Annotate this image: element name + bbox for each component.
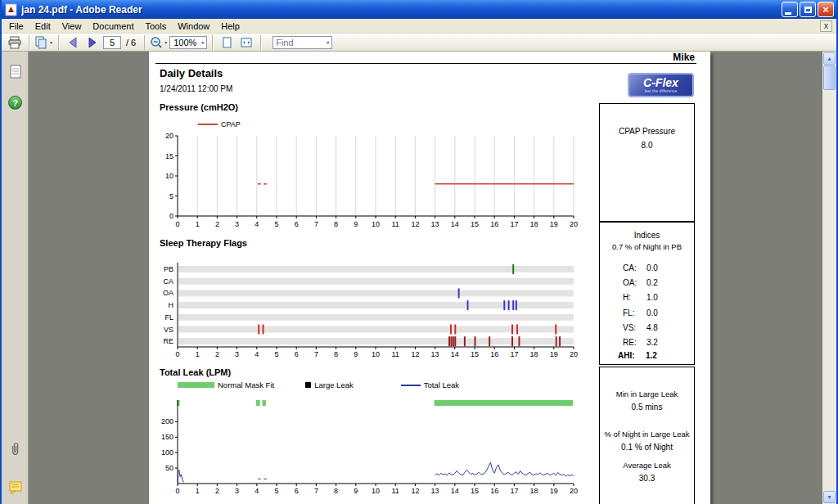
adobe-reader-app-icon	[5, 3, 18, 16]
toolbar-separator	[58, 35, 59, 50]
vertical-scrollbar: ▲ ▼	[822, 52, 836, 504]
scroll-down-button[interactable]: ▼	[823, 491, 836, 503]
svg-text:10: 10	[372, 220, 380, 228]
legend-label: Normal Mask Fit	[218, 380, 274, 389]
index-label: CA:	[623, 263, 647, 278]
menu-item-view[interactable]: View	[56, 20, 88, 33]
previous-page-icon	[66, 36, 79, 49]
svg-text:15: 15	[471, 220, 479, 228]
scrollbar-thumb[interactable]	[823, 65, 836, 90]
minimize-icon	[785, 12, 791, 15]
previous-page-button[interactable]	[64, 34, 82, 51]
scroll-up-icon: ▲	[827, 56, 832, 61]
svg-text:6: 6	[295, 487, 299, 495]
report-title: Daily Details	[160, 67, 223, 79]
svg-text:100: 100	[161, 448, 173, 457]
cpap-pressure-label: CPAP Pressure	[600, 127, 694, 136]
svg-text:H: H	[169, 301, 174, 309]
svg-text:2: 2	[215, 487, 219, 495]
printer-icon	[7, 36, 22, 49]
ahi-value: 1.2	[646, 351, 657, 360]
scroll-up-button[interactable]: ▲	[823, 52, 836, 65]
menu-item-help[interactable]: Help	[215, 20, 246, 33]
svg-text:8: 8	[334, 220, 338, 228]
menu-item-window[interactable]: Window	[172, 20, 215, 33]
indices-title: Indices	[600, 231, 694, 240]
svg-text:19: 19	[550, 350, 558, 358]
adobe-reader-window: jan 24.pdf - Adobe Reader × FileEditView…	[0, 0, 838, 504]
minimize-button[interactable]	[782, 2, 798, 17]
index-row-h: H:1.0	[600, 293, 694, 308]
leak-stats-box: Min in Large Leak0.5 mins% of Night in L…	[599, 367, 695, 504]
maximize-button[interactable]	[800, 2, 816, 17]
index-row-oa: OA:0.2	[600, 278, 694, 293]
svg-text:17: 17	[510, 487, 518, 495]
svg-text:3: 3	[235, 220, 239, 228]
close-document-button[interactable]: x	[820, 20, 832, 32]
svg-text:9: 9	[354, 350, 358, 358]
menu-item-edit[interactable]: Edit	[29, 20, 56, 33]
cflex-logo-tagline: feel the difference	[645, 88, 678, 93]
main-area: ? Mike Daily Details	[2, 52, 836, 504]
index-value: 0.0	[647, 308, 658, 323]
menu-item-file[interactable]: File	[3, 20, 29, 33]
svg-text:5: 5	[169, 192, 173, 200]
close-document-icon: x	[824, 21, 829, 30]
svg-text:50: 50	[165, 464, 173, 472]
leak-stat-label: Average Leak	[600, 461, 694, 470]
menu-bar: FileEditViewDocumentToolsWindowHelp x	[2, 19, 836, 34]
svg-text:16: 16	[490, 487, 498, 495]
legend-swatch-line	[198, 124, 218, 125]
svg-text:18: 18	[530, 487, 538, 495]
svg-text:16: 16	[490, 220, 498, 228]
toolbar-separator	[212, 35, 213, 50]
attachments-panel-button[interactable]	[7, 441, 24, 458]
svg-text:10: 10	[372, 350, 380, 358]
svg-text:2: 2	[215, 220, 219, 228]
sticky-note-icon	[8, 480, 23, 495]
help-icon: ?	[8, 96, 22, 110]
svg-text:11: 11	[392, 350, 399, 358]
close-icon: ×	[822, 4, 829, 15]
svg-text:8: 8	[334, 487, 338, 495]
find-input[interactable]	[273, 38, 326, 47]
svg-text:1: 1	[196, 350, 200, 358]
svg-text:9: 9	[354, 487, 358, 495]
print-button[interactable]	[6, 34, 24, 51]
index-label: VS:	[623, 323, 647, 338]
leak-stat-value: 0.1 % of Night	[600, 443, 694, 452]
menu-bar-items: FileEditViewDocumentToolsWindowHelp	[3, 20, 246, 33]
svg-text:4: 4	[255, 350, 259, 358]
svg-text:10: 10	[372, 487, 380, 495]
svg-text:10: 10	[165, 172, 173, 180]
leak-stat-label: Min in Large Leak	[600, 389, 694, 398]
fit-width-button[interactable]	[237, 34, 255, 51]
chevron-down-icon: ▼	[164, 40, 168, 45]
close-button[interactable]: ×	[818, 2, 834, 17]
next-page-button[interactable]	[83, 34, 101, 51]
help-panel-button[interactable]: ?	[7, 94, 24, 111]
fit-page-button[interactable]	[218, 34, 236, 51]
chevron-down-icon: ▼	[200, 40, 205, 45]
zoom-button[interactable]: ▼	[150, 34, 168, 51]
zoom-level-dropdown[interactable]: 100% ▼	[169, 36, 207, 49]
svg-text:7: 7	[314, 487, 318, 495]
svg-text:15: 15	[471, 487, 479, 495]
svg-text:RE: RE	[163, 337, 173, 345]
index-value: 4.8	[647, 323, 658, 338]
cflex-logo-text: C-Flex	[643, 78, 678, 88]
leak-chart-legend: Normal Mask FitLarge LeakTotal Leak	[178, 380, 459, 389]
menu-item-document[interactable]: Document	[87, 20, 139, 33]
comments-panel-button[interactable]	[7, 479, 24, 496]
cflex-logo: C-Flex feel the difference	[628, 73, 694, 97]
flags-chart-title: Sleep Therapy Flags	[160, 238, 247, 248]
menu-item-tools[interactable]: Tools	[140, 20, 173, 33]
pages-panel-button[interactable]	[7, 63, 24, 80]
svg-text:OA: OA	[163, 289, 173, 297]
email-button[interactable]: ▼	[34, 34, 53, 51]
svg-text:0: 0	[175, 220, 179, 228]
page-number-input[interactable]	[103, 36, 121, 49]
svg-text:17: 17	[510, 220, 518, 228]
chevron-down-icon: ▼	[326, 40, 330, 45]
screenshot-root: { "window": { "title": "jan 24.pdf - Ado…	[0, 0, 838, 504]
